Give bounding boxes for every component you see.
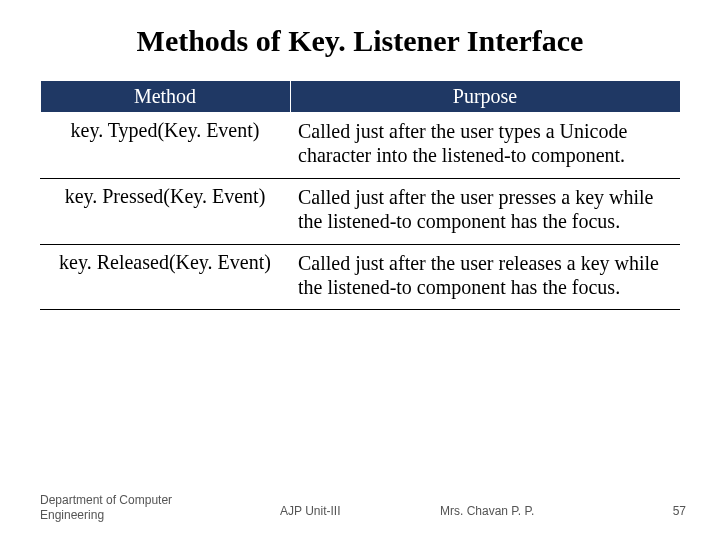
footer-department: Department of Computer Engineering (40, 493, 172, 522)
header-method: Method (40, 81, 290, 113)
cell-purpose: Called just after the user releases a ke… (290, 244, 680, 310)
table-row: key. Pressed(Key. Event) Called just aft… (40, 178, 680, 244)
table-header-row: Method Purpose (40, 81, 680, 113)
footer-dept-line1: Department of Computer (40, 493, 172, 507)
table-row: key. Released(Key. Event) Called just af… (40, 244, 680, 310)
cell-method: key. Typed(Key. Event) (40, 113, 290, 179)
footer-author: Mrs. Chavan P. P. (440, 504, 534, 518)
cell-purpose: Called just after the user presses a key… (290, 178, 680, 244)
methods-table: Method Purpose key. Typed(Key. Event) Ca… (40, 80, 681, 310)
table-row: key. Typed(Key. Event) Called just after… (40, 113, 680, 179)
footer-page-number: 57 (673, 504, 686, 518)
footer-unit: AJP Unit-III (280, 504, 340, 518)
cell-method: key. Pressed(Key. Event) (40, 178, 290, 244)
cell-purpose: Called just after the user types a Unico… (290, 113, 680, 179)
slide-title: Methods of Key. Listener Interface (0, 0, 720, 80)
footer-dept-line2: Engineering (40, 508, 104, 522)
cell-method: key. Released(Key. Event) (40, 244, 290, 310)
header-purpose: Purpose (290, 81, 680, 113)
